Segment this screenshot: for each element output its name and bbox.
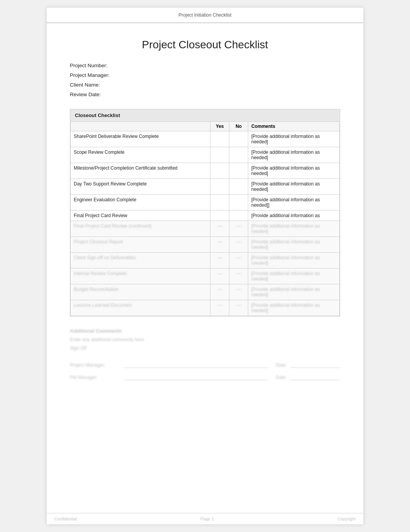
comments-cell: [Provide additional information as neede… (248, 147, 340, 163)
footer-center: Page 1 (200, 517, 214, 521)
no-cell (229, 163, 248, 179)
item-cell: Project Closeout Report (71, 237, 210, 253)
table-row: Final Project Card Review (continued) — … (71, 221, 340, 237)
item-cell: Milestone/Project Completion Certificate… (71, 163, 210, 179)
additional-comments-subtext: Enter any additional comments here (70, 337, 340, 342)
project-number-label: Project Number: (70, 63, 108, 68)
pm-manager-sig-label: PM Manager: (70, 375, 124, 380)
item-cell: Lessons Learned Document (71, 300, 210, 316)
header-title: Project Initiation Checklist (178, 12, 231, 18)
page-header: Project Initiation Checklist (47, 8, 363, 23)
yes-cell: — (210, 269, 229, 284)
checklist-wrapper: Closeout Checklist Yes No Comments Share… (70, 109, 340, 316)
table-row: Budget Reconciliation — — [Provide addit… (71, 284, 340, 300)
project-manager-date-label: Date: (276, 362, 287, 368)
comments-cell: [Provide additional information as neede… (248, 300, 340, 316)
item-cell: Final Project Card Review (71, 211, 210, 221)
comments-cell: [Provide additional information as neede… (248, 237, 340, 253)
review-date-row: Review Date: (70, 92, 340, 97)
yes-cell (210, 163, 229, 179)
yes-cell (210, 179, 229, 195)
comments-cell: [Provide additional information as neede… (248, 269, 340, 284)
no-cell (229, 131, 248, 147)
comments-cell: [Provide additional information as neede… (248, 253, 340, 269)
col-header-no: No (229, 122, 248, 131)
page-footer: Confidential Page 1 Copyright (47, 513, 363, 524)
item-cell: Internal Review Complete (71, 269, 210, 284)
pm-manager-date-line (290, 380, 340, 380)
project-manager-date-line (290, 367, 340, 368)
pm-manager-sig-line (124, 380, 268, 380)
project-manager-sig-label: Project Manager: (70, 362, 124, 368)
signature-section: Project Manager: Date: PM Manager: Date: (70, 362, 340, 380)
item-cell: SharePoint Deliverable Review Complete (71, 131, 210, 147)
page: Project Initiation Checklist Project Clo… (47, 8, 363, 524)
yes-cell: — (210, 237, 229, 253)
additional-comments-header: Additional Comments (70, 328, 340, 334)
table-row: Engineer Evaluation Complete [Provide ad… (71, 195, 340, 211)
item-cell: Engineer Evaluation Complete (71, 195, 210, 211)
no-cell: — (229, 237, 248, 253)
yes-cell: — (210, 221, 229, 237)
table-row: Day Two Support Review Complete [Provide… (71, 179, 340, 195)
table-row: SharePoint Deliverable Review Complete [… (71, 131, 340, 147)
no-cell: — (229, 253, 248, 269)
table-row: Project Closeout Report — — [Provide add… (71, 237, 340, 253)
project-manager-label: Project Manager: (70, 72, 110, 78)
yes-cell (210, 131, 229, 147)
comments-cell: [Provide additional information as neede… (248, 284, 340, 300)
yes-cell: — (210, 253, 229, 269)
comments-cell: [Provide additional information as neede… (248, 221, 340, 237)
no-cell (229, 147, 248, 163)
no-cell: — (229, 284, 248, 300)
col-header-item (71, 122, 210, 131)
meta-section: Project Number: Project Manager: Client … (70, 63, 340, 97)
item-cell: Final Project Card Review (continued) (71, 221, 210, 237)
checklist-table: Yes No Comments SharePoint Deliverable R… (70, 121, 340, 316)
checklist-title: Closeout Checklist (70, 109, 340, 121)
yes-cell (210, 147, 229, 163)
table-row: Scope Review Complete [Provide additiona… (71, 147, 340, 163)
yes-cell: — (210, 300, 229, 316)
col-header-yes: Yes (210, 122, 229, 131)
comments-cell: [Provide additional information as neede… (248, 195, 340, 211)
review-date-label: Review Date: (70, 92, 101, 97)
item-cell: Day Two Support Review Complete (71, 179, 210, 195)
pm-manager-date-label: Date: (276, 375, 287, 380)
yes-cell: — (210, 284, 229, 300)
sign-off-label: Sign Off (70, 345, 340, 351)
yes-cell (210, 211, 229, 221)
table-header-row: Yes No Comments (71, 122, 340, 131)
no-cell (229, 179, 248, 195)
comments-cell: [Provide additional information as neede… (248, 179, 340, 195)
no-cell: — (229, 300, 248, 316)
no-cell: — (229, 221, 248, 237)
pm-manager-sig-row: PM Manager: Date: (70, 375, 340, 380)
table-row: Milestone/Project Completion Certificate… (71, 163, 340, 179)
yes-cell (210, 195, 229, 211)
table-row: Internal Review Complete — — [Provide ad… (71, 269, 340, 284)
item-cell: Budget Reconciliation (71, 284, 210, 300)
footer-left: Confidential (54, 517, 77, 521)
project-manager-sig-line (124, 367, 268, 368)
table-row: Final Project Card Review [Provide addit… (71, 211, 340, 221)
table-row: Client Sign-off on Deliverables — — [Pro… (71, 253, 340, 269)
no-cell: — (229, 269, 248, 284)
item-cell: Client Sign-off on Deliverables (71, 253, 210, 269)
no-cell (229, 211, 248, 221)
project-number-row: Project Number: (70, 63, 340, 68)
page-content: Project Closeout Checklist Project Numbe… (47, 23, 363, 410)
no-cell (229, 195, 248, 211)
item-cell: Scope Review Complete (71, 147, 210, 163)
project-manager-row: Project Manager: (70, 72, 340, 78)
comments-cell: [Provide additional information as (248, 211, 340, 221)
client-name-row: Client Name: (70, 82, 340, 88)
comments-cell: [Provide additional information as neede… (248, 163, 340, 179)
footer-right: Copyright (337, 517, 356, 521)
doc-title: Project Closeout Checklist (70, 39, 340, 51)
client-name-label: Client Name: (70, 82, 100, 88)
table-row: Lessons Learned Document — — [Provide ad… (71, 300, 340, 316)
project-manager-sig-row: Project Manager: Date: (70, 362, 340, 368)
col-header-comments: Comments (248, 122, 340, 131)
comments-cell: [Provide additional information as neede… (248, 131, 340, 147)
